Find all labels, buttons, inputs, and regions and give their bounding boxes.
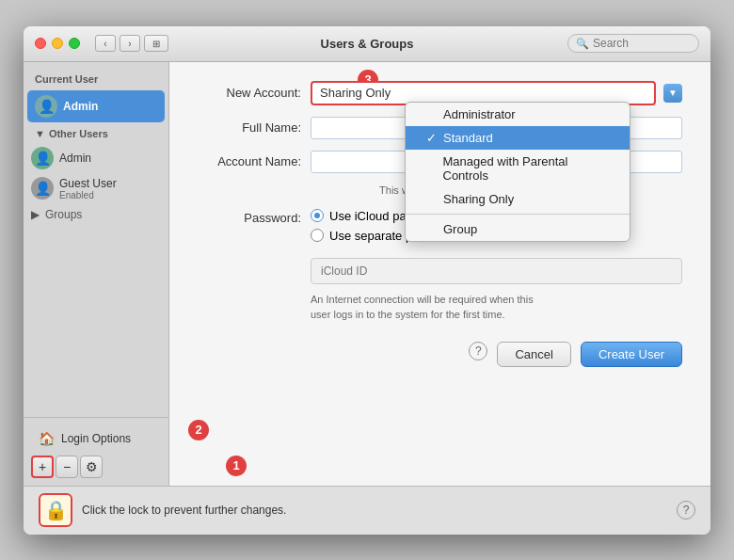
window-title: Users & Groups <box>321 37 414 51</box>
remove-user-button[interactable]: − <box>56 456 78 478</box>
cancel-button[interactable]: Cancel <box>497 342 570 367</box>
house-icon: 🏠 <box>37 429 56 448</box>
sidebar-current-user[interactable]: 👤 Admin <box>27 90 165 122</box>
login-options-label: Login Options <box>61 432 131 445</box>
avatar-admin2: 👤 <box>31 147 54 169</box>
add-user-button[interactable]: + <box>31 456 54 478</box>
back-button[interactable]: ‹ <box>95 35 116 52</box>
account-type-dropdown: Administrator ✓ Standard Managed with Pa… <box>405 102 630 242</box>
radio-icloud-dot <box>314 213 320 218</box>
admin2-name: Admin <box>59 152 91 165</box>
main-panel: 1 2 3 New Account: Sharing Only ▼ Admini <box>169 62 710 486</box>
sidebar-user-guest[interactable]: 👤 Guest User Enabled <box>24 173 168 204</box>
lock-button[interactable]: 🔒 <box>39 493 72 527</box>
check-group <box>424 222 438 236</box>
sidebar-bottom: 🏠 Login Options + − ⚙ <box>24 417 168 486</box>
close-button[interactable] <box>35 38 46 49</box>
icloud-input[interactable] <box>311 258 682 284</box>
traffic-lights <box>35 38 80 49</box>
lock-text: Click the lock to prevent further change… <box>82 504 667 517</box>
dropdown-item-parental[interactable]: Managed with Parental Controls <box>406 150 630 187</box>
maximize-button[interactable] <box>69 38 80 49</box>
other-users-label: ▼ Other Users <box>24 124 168 143</box>
form-area: New Account: Sharing Only ▼ Administrato… <box>198 81 682 367</box>
dropdown-label-administrator: Administrator <box>443 107 516 121</box>
password-label: Password: <box>198 209 311 225</box>
titlebar: ‹ › ⊞ Users & Groups 🔍 <box>24 26 710 62</box>
check-administrator <box>424 107 438 121</box>
guest-status: Enabled <box>59 190 117 200</box>
dropdown-item-sharing[interactable]: Sharing Only <box>406 187 630 211</box>
current-user-name: Admin <box>63 100 98 113</box>
dropdown-divider <box>406 214 630 215</box>
forward-button[interactable]: › <box>120 35 140 52</box>
search-icon: 🔍 <box>576 38 589 50</box>
step-badge-2: 2 <box>188 420 209 440</box>
help-button[interactable]: ? <box>469 342 487 360</box>
dropdown-label-sharing: Sharing Only <box>443 192 514 206</box>
account-name-label: Account Name: <box>198 154 311 168</box>
icloud-row <box>311 254 682 284</box>
dropdown-item-group[interactable]: Group <box>406 217 630 241</box>
check-sharing <box>424 192 438 206</box>
internet-message: An Internet connection will be required … <box>311 292 682 323</box>
new-account-control: Sharing Only ▼ Administrator ✓ Standard <box>311 81 682 105</box>
dropdown-label-parental: Managed with Parental Controls <box>443 154 612 183</box>
minimize-button[interactable] <box>52 38 63 49</box>
login-options-button[interactable]: 🏠 Login Options <box>31 425 161 452</box>
avatar-guest: 👤 <box>31 177 54 200</box>
bottom-help-button[interactable]: ? <box>677 501 695 520</box>
sidebar-groups[interactable]: ▶ Groups <box>24 204 168 225</box>
guest-name: Guest User <box>59 177 117 190</box>
create-user-button[interactable]: Create User <box>581 342 682 367</box>
avatar-admin: 👤 <box>35 95 57 118</box>
new-account-row: New Account: Sharing Only ▼ Administrato… <box>198 81 682 105</box>
groups-arrow-icon: ▶ <box>31 208 40 221</box>
check-parental <box>424 161 438 175</box>
grid-button[interactable]: ⊞ <box>144 35 168 52</box>
action-buttons: + − ⚙ <box>31 456 161 478</box>
dropdown-label-group: Group <box>443 222 477 236</box>
search-box[interactable]: 🔍 <box>567 34 699 53</box>
bottom-bar: 🔒 Click the lock to prevent further chan… <box>24 486 710 535</box>
users-groups-window: ‹ › ⊞ Users & Groups 🔍 Current User 👤 Ad… <box>24 26 710 535</box>
check-standard: ✓ <box>424 131 438 145</box>
radio-separate[interactable] <box>311 229 324 242</box>
lock-icon: 🔒 <box>44 499 68 521</box>
settings-button[interactable]: ⚙ <box>80 456 103 478</box>
sidebar-user-admin2[interactable]: 👤 Admin <box>24 143 168 173</box>
dropdown-label-standard: Standard <box>443 131 493 145</box>
other-users-arrow: ▼ <box>35 128 45 139</box>
step-badge-1: 1 <box>226 456 247 476</box>
radio-icloud[interactable] <box>311 209 324 222</box>
sidebar: Current User 👤 Admin ▼ Other Users 👤 Adm… <box>24 62 169 486</box>
nav-controls: ‹ › ⊞ <box>95 35 168 52</box>
search-input[interactable] <box>593 37 691 50</box>
content-area: Current User 👤 Admin ▼ Other Users 👤 Adm… <box>24 62 710 486</box>
dialog-buttons: ? Cancel Create User <box>198 342 682 367</box>
dropdown-item-standard[interactable]: ✓ Standard <box>406 126 630 150</box>
dropdown-item-administrator[interactable]: Administrator <box>406 103 630 126</box>
full-name-label: Full Name: <box>198 120 311 135</box>
dropdown-arrow-icon[interactable]: ▼ <box>663 84 682 103</box>
current-user-label: Current User <box>24 70 168 88</box>
groups-label: Groups <box>45 208 82 221</box>
new-account-label: New Account: <box>198 86 311 100</box>
